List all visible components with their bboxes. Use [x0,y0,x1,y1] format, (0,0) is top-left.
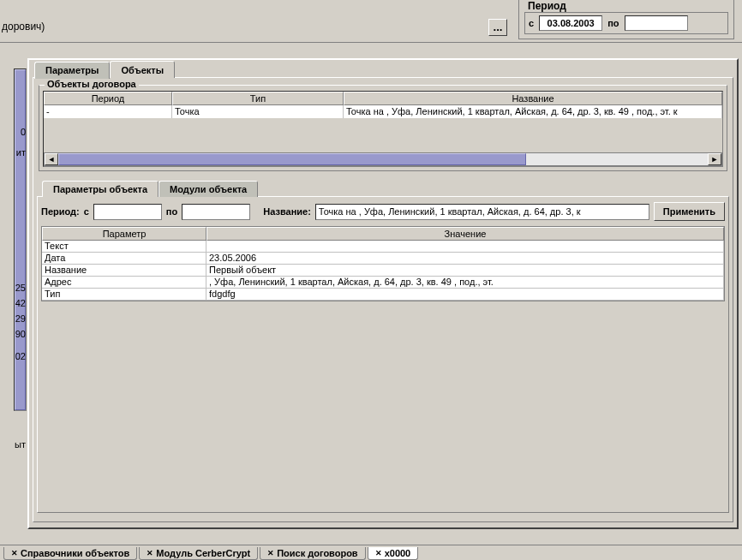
horizontal-scrollbar[interactable]: ◄ ► [44,152,722,166]
period-label: Период [526,0,568,12]
left-strip: 0 ит 25 42 29 90 02 ыт [0,43,27,560]
filter-from-input[interactable] [93,204,162,220]
bottom-tab-directories[interactable]: ✕ Справочники объектов [3,547,137,560]
subtab-object-params[interactable]: Параметры объекта [42,181,159,197]
filter-to-label: по [166,206,177,217]
period-groupbox: Период с по [518,0,734,39]
table-row[interactable]: Текст [42,241,724,253]
col-type[interactable]: Тип [172,92,344,105]
col-name[interactable]: Название [344,92,722,105]
table-row[interactable]: - Точка Точка на , Уфа, Ленинский, 1 ква… [44,105,722,118]
table-row[interactable]: Адрес , Уфа, Ленинский, 1 квартал, Айска… [42,277,724,289]
filter-from-label: с [84,206,89,217]
col-parameter[interactable]: Параметр [42,227,206,241]
scroll-thumb[interactable] [58,153,526,165]
params-grid[interactable]: Параметр Значение Текст Дата 23.05.2006 … [41,226,725,301]
scroll-right-icon[interactable]: ► [708,153,721,165]
period-from-input[interactable] [539,15,602,31]
filter-name-label: Название: [263,206,311,217]
tab-parameters[interactable]: Параметры [34,62,110,79]
subtab-object-modules[interactable]: Модули объекта [159,181,258,197]
apply-button[interactable]: Применить [654,202,725,221]
ellipsis-button[interactable]: ... [488,19,507,36]
table-row[interactable]: Название Первый объект [42,265,724,277]
close-icon[interactable]: ✕ [267,549,274,557]
period-to-input[interactable] [625,15,688,31]
table-row[interactable]: Тип fdgdfg [42,289,724,301]
scroll-track[interactable] [58,153,708,165]
filter-name-input[interactable] [315,204,649,220]
header-fragment: дорович) [2,21,45,33]
main-panel: Параметры Объекты Объекты договора Перио… [27,58,739,529]
close-icon[interactable]: ✕ [147,549,153,557]
period-from-label: с [529,18,534,28]
bottom-tab-cerbercrypt[interactable]: ✕ Модуль CerberCrypt [139,547,258,560]
close-icon[interactable]: ✕ [375,549,382,557]
col-period[interactable]: Период [44,92,172,105]
contract-objects-grid[interactable]: Период Тип Название - Точка Точка на , У… [43,91,723,167]
period-to-label: по [607,18,619,28]
bottom-tab-x0000[interactable]: ✕ x0000 [368,547,419,560]
filter-period-label: Период: [41,206,80,217]
filter-to-input[interactable] [182,204,250,220]
col-value[interactable]: Значение [206,227,724,241]
tab-objects[interactable]: Объекты [110,61,175,78]
contract-objects-label: Объекты договора [45,79,139,89]
bottom-tabbar: ✕ Справочники объектов ✕ Модуль CerberCr… [0,545,742,560]
scroll-left-icon[interactable]: ◄ [45,153,58,165]
contract-objects-groupbox: Объекты договора Период Тип Название - Т… [39,85,727,171]
close-icon[interactable]: ✕ [11,549,18,557]
table-row[interactable]: Дата 23.05.2006 [42,253,724,265]
bottom-tab-search[interactable]: ✕ Поиск договоров [260,547,365,560]
